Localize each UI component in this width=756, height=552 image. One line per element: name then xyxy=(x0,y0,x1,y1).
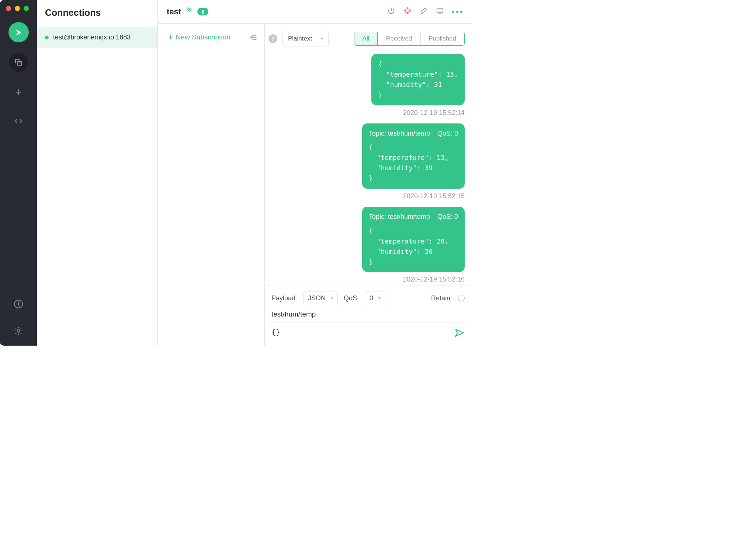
message-body: { "temperature": 28, "humidity": 30 } xyxy=(369,226,458,267)
nav-new[interactable]: ＋ xyxy=(9,82,28,101)
qos-label: QoS: xyxy=(344,294,359,302)
edit-button[interactable] xyxy=(420,7,428,17)
plus-icon: + xyxy=(168,33,173,41)
retain-label: Retain: xyxy=(431,294,452,302)
svg-rect-6 xyxy=(406,9,409,12)
message-bubble: Topic: test/hum/temp QoS: 0 { "temperatu… xyxy=(362,207,465,272)
collapse-subscriptions-button[interactable] xyxy=(250,33,258,43)
messages-toolbar: ? Plaintext ▾ All Received Published xyxy=(265,24,471,54)
message-body: { "temperature": 13, "humidity": 39 } xyxy=(369,142,458,184)
message-timestamp: 2020-12-19 15:52:15 xyxy=(403,192,465,200)
window-maximize-icon[interactable] xyxy=(24,6,29,11)
message-qos: QoS: 0 xyxy=(437,129,458,139)
message-qos: QoS: 0 xyxy=(437,212,458,222)
window-minimize-icon[interactable] xyxy=(15,6,20,11)
main-panel: test 8 xyxy=(158,0,471,346)
message-topic: Topic: test/hum/temp xyxy=(369,129,430,139)
message-bubble: Topic: test/hum/temp QoS: 0 { "temperatu… xyxy=(362,123,465,189)
qos-select[interactable]: 0 ▾ xyxy=(365,291,385,305)
qos-value: 0 xyxy=(370,294,373,302)
tab-received[interactable]: Received xyxy=(377,32,420,45)
nav-settings[interactable] xyxy=(14,326,23,338)
expand-icon[interactable] xyxy=(185,7,193,16)
new-subscription-button[interactable]: + New Subscription xyxy=(168,33,230,41)
nav-scripts[interactable] xyxy=(9,112,28,131)
new-subscription-label: New Subscription xyxy=(176,33,230,41)
message-bubble: { "temperature": 15, "humidity": 31 } xyxy=(371,54,465,105)
dots-icon xyxy=(452,11,462,13)
chevron-down-icon: ▾ xyxy=(331,296,333,301)
status-dot-icon xyxy=(45,36,49,39)
payload-input[interactable]: {} xyxy=(271,328,449,336)
content-row: + New Subscription ? Plaintext ▾ All xyxy=(158,24,471,346)
message-filter-tabs: All Received Published xyxy=(354,32,465,46)
chevron-down-icon: ▾ xyxy=(321,36,323,41)
tab-published[interactable]: Published xyxy=(420,32,464,45)
connection-item[interactable]: test@broker.emqx.io:1883 xyxy=(37,27,157,48)
message-timestamp: 2020-12-19 15:52:16 xyxy=(403,276,465,283)
topbar-actions xyxy=(387,7,462,17)
new-window-button[interactable] xyxy=(436,7,444,17)
payload-label: Payload: xyxy=(271,294,297,302)
more-button[interactable] xyxy=(452,11,462,13)
help-icon[interactable]: ? xyxy=(268,34,277,43)
format-select-value: Plaintext xyxy=(288,35,312,42)
retain-toggle[interactable] xyxy=(458,295,465,301)
subscriptions-panel: + New Subscription xyxy=(158,24,265,346)
topic-input[interactable] xyxy=(271,305,465,322)
connection-title: test xyxy=(167,7,181,17)
connections-header: Connections xyxy=(37,0,157,27)
compose-panel: Payload: JSON ▾ QoS: 0 ▾ Retain: xyxy=(265,286,471,346)
message-count-badge: 8 xyxy=(197,8,208,15)
window-traffic-lights xyxy=(6,6,29,11)
connection-topbar: test 8 xyxy=(158,0,471,24)
nav-connections[interactable] xyxy=(9,53,28,72)
plus-icon: ＋ xyxy=(13,84,24,99)
messages-list[interactable]: { "temperature": 15, "humidity": 31 } 20… xyxy=(265,54,471,286)
message-timestamp: 2020-12-19 15:52:14 xyxy=(403,109,465,117)
payload-format-select[interactable]: JSON ▾ xyxy=(303,291,338,305)
connections-panel: Connections test@broker.emqx.io:1883 xyxy=(37,0,158,346)
svg-rect-11 xyxy=(437,8,443,13)
app-window: ＋ Connections test@broker.emqx.io:1883 t… xyxy=(0,0,471,346)
format-select[interactable]: Plaintext ▾ xyxy=(282,31,329,46)
svg-point-4 xyxy=(18,302,18,302)
bytes-icon[interactable] xyxy=(403,7,412,17)
app-logo[interactable] xyxy=(8,22,29,42)
nav-info[interactable] xyxy=(14,299,23,311)
chevron-down-icon: ▾ xyxy=(378,296,381,301)
nav-rail: ＋ xyxy=(0,0,37,346)
payload-format-value: JSON xyxy=(308,294,326,302)
window-close-icon[interactable] xyxy=(6,6,11,11)
message-body: { "temperature": 15, "humidity": 31 } xyxy=(378,59,458,100)
tab-all[interactable]: All xyxy=(354,32,378,45)
message-topic: Topic: test/hum/temp xyxy=(369,212,430,222)
disconnect-button[interactable] xyxy=(387,7,395,17)
send-button[interactable] xyxy=(454,328,465,340)
messages-panel: ? Plaintext ▾ All Received Published { "… xyxy=(265,24,471,346)
svg-point-5 xyxy=(17,329,20,332)
connection-name: test@broker.emqx.io:1883 xyxy=(53,34,131,41)
